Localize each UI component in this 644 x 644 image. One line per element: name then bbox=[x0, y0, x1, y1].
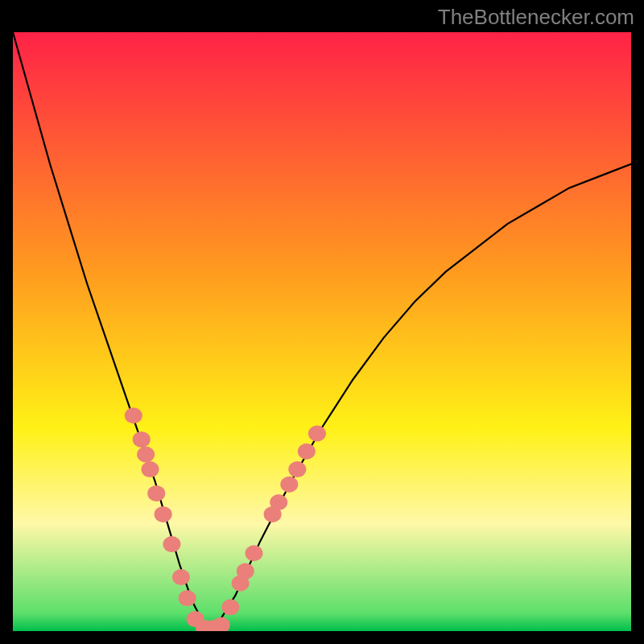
data-marker bbox=[147, 485, 165, 502]
data-marker bbox=[137, 447, 155, 463]
data-marker bbox=[280, 477, 298, 493]
data-marker bbox=[270, 494, 287, 510]
data-marker bbox=[155, 506, 172, 522]
data-marker bbox=[133, 431, 151, 448]
data-marker bbox=[308, 426, 326, 442]
data-marker bbox=[179, 590, 196, 606]
gradient-background bbox=[13, 32, 631, 631]
data-marker bbox=[163, 536, 180, 552]
data-marker bbox=[298, 444, 316, 460]
data-marker bbox=[172, 569, 190, 585]
data-marker bbox=[125, 407, 142, 423]
data-marker bbox=[288, 461, 306, 477]
data-marker bbox=[221, 599, 239, 615]
data-marker bbox=[237, 564, 254, 580]
bottleneck-chart bbox=[13, 32, 631, 631]
data-marker bbox=[246, 545, 263, 561]
chart-frame bbox=[13, 32, 631, 631]
attribution-text: TheBottlenecker.com bbox=[438, 5, 634, 30]
data-marker bbox=[142, 461, 159, 477]
